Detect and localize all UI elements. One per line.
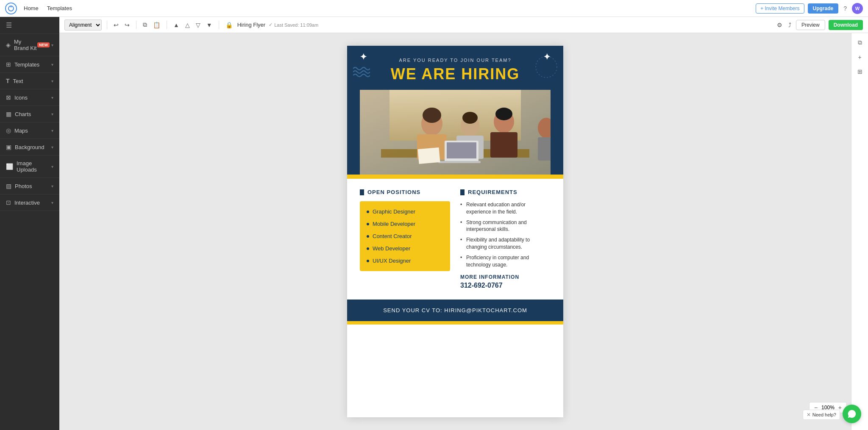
top-nav: Home Templates + Invite Members Upgrade … xyxy=(0,0,868,17)
right-panel-add[interactable]: + xyxy=(856,52,863,62)
position-item-5: UI/UX Designer xyxy=(360,255,450,267)
flyer-photo-section[interactable] xyxy=(347,90,563,175)
footer-yellow-bar xyxy=(347,321,563,325)
arrange-forward-icon[interactable]: △ xyxy=(184,21,191,29)
settings-icon[interactable]: ⚙ xyxy=(776,21,784,29)
interactive-label: Interactive xyxy=(14,200,40,206)
wave-decoration xyxy=(353,66,370,79)
position-dot-3 xyxy=(367,235,369,238)
templates-icon: ⊞ xyxy=(6,61,11,68)
text-chevron: ▾ xyxy=(51,79,53,83)
sidebar-item-charts[interactable]: ▦ Charts ▾ xyxy=(0,106,59,122)
position-item-2: Mobile Developer xyxy=(360,218,450,230)
svg-rect-17 xyxy=(438,161,481,163)
right-panel-grid[interactable]: ⊞ xyxy=(856,67,864,77)
open-positions-column: OPEN POSITIONS Graphic Designer Mobile D… xyxy=(360,189,450,289)
upgrade-button[interactable]: Upgrade xyxy=(808,3,839,14)
templates-chevron: ▾ xyxy=(51,62,53,67)
team-photo[interactable] xyxy=(360,90,551,175)
sidebar-item-templates[interactable]: ⊞ Templates ▾ xyxy=(0,56,59,73)
photos-label: Photos xyxy=(15,183,32,189)
svg-point-10 xyxy=(462,112,478,124)
footer-text: SEND YOUR CV TO: HIRING@PIKTOCHART.COM xyxy=(383,307,527,313)
preview-button[interactable]: Preview xyxy=(796,20,825,30)
req-item-3: Flexibility and adaptability to changing… xyxy=(460,236,551,251)
requirements-column: REQUIREMENTS Relevant education and/or e… xyxy=(460,189,551,289)
requirements-title: REQUIREMENTS xyxy=(460,189,551,195)
more-info-phone: 312-692-0767 xyxy=(460,282,551,289)
sidebar-item-background[interactable]: ▣ Background ▾ xyxy=(0,139,59,155)
text-label: Text xyxy=(13,78,23,84)
sidebar: ☰ ◈ My Brand Kit NEW ▾ ⊞ Templates ▾ T T… xyxy=(0,17,59,430)
sidebar-item-text[interactable]: T Text ▾ xyxy=(0,73,59,89)
toolbar: Alignment ↩ ↪ ⧉ 📋 ▲ △ ▽ ▼ 🔒 Hiring Flyer… xyxy=(59,17,868,33)
charts-chevron: ▾ xyxy=(51,112,53,117)
arrange-backward-icon[interactable]: ▽ xyxy=(195,21,202,29)
photos-icon: ▨ xyxy=(6,183,11,189)
charts-icon: ▦ xyxy=(6,111,11,117)
position-dot-2 xyxy=(367,223,369,225)
sidebar-item-icons[interactable]: ⊠ Icons ▾ xyxy=(0,89,59,106)
sidebar-item-brand[interactable]: ◈ My Brand Kit NEW ▾ xyxy=(0,34,59,56)
dots-decoration xyxy=(534,54,559,80)
sidebar-item-image-uploads[interactable]: ⬜ Image Uploads ▾ xyxy=(0,155,59,178)
svg-rect-18 xyxy=(418,147,440,164)
avatar[interactable]: W xyxy=(852,3,863,14)
nav-templates[interactable]: Templates xyxy=(47,5,72,11)
paste-icon[interactable]: 📋 xyxy=(152,21,161,29)
svg-point-2 xyxy=(536,56,557,78)
title-bar-right xyxy=(460,189,465,195)
help-button[interactable]: ? xyxy=(842,4,849,13)
toolbar-separator-1 xyxy=(107,21,107,29)
sidebar-item-maps[interactable]: ◎ Maps ▾ xyxy=(0,122,59,139)
doc-save-status: ✓ Last Saved: 11:09am xyxy=(269,22,318,28)
content-columns: OPEN POSITIONS Graphic Designer Mobile D… xyxy=(360,189,551,289)
more-info-title: MORE INFORMATION xyxy=(460,274,551,280)
main-canvas-area[interactable]: ✦ ✦ ARE YOU READY TO JOIN OUR TEAM? WE A… xyxy=(59,33,851,430)
open-positions-title: OPEN POSITIONS xyxy=(360,189,450,195)
invite-members-button[interactable]: + Invite Members xyxy=(756,3,804,14)
toolbar-separator-4 xyxy=(219,21,219,29)
document-name: Hiring Flyer xyxy=(237,22,265,28)
svg-rect-16 xyxy=(447,142,476,158)
redo-icon[interactable]: ↪ xyxy=(123,21,131,29)
sidebar-item-interactive[interactable]: ⊡ Interactive ▾ xyxy=(0,194,59,211)
image-uploads-label: Image Uploads xyxy=(17,160,51,173)
maps-icon: ◎ xyxy=(6,127,11,134)
title-bar-left xyxy=(360,189,364,195)
copy-icon[interactable]: ⧉ xyxy=(142,20,148,29)
toolbar-right: ⚙ ⤴ Preview Download xyxy=(776,20,863,30)
nav-links: Home Templates xyxy=(24,5,72,11)
arrange-front-icon[interactable]: ▲ xyxy=(172,21,181,29)
saved-icon: ✓ xyxy=(269,22,273,28)
chat-bubble-button[interactable] xyxy=(843,405,861,423)
requirements-list: Relevant education and/or experience in … xyxy=(460,201,551,268)
yellow-divider-bar xyxy=(347,175,563,179)
req-item-2: Strong communication and interpersonal s… xyxy=(460,219,551,233)
icons-chevron: ▾ xyxy=(51,95,53,100)
app-logo[interactable] xyxy=(5,3,17,14)
nav-right: + Invite Members Upgrade ? W xyxy=(756,3,863,14)
sidebar-item-photos[interactable]: ▨ Photos ▾ xyxy=(0,178,59,194)
sidebar-menu-toggle[interactable]: ☰ xyxy=(0,17,59,34)
req-item-1: Relevant education and/or experience in … xyxy=(460,201,551,216)
text-icon: T xyxy=(6,78,10,84)
undo-icon[interactable]: ↩ xyxy=(112,21,120,29)
background-chevron: ▾ xyxy=(51,145,53,150)
chat-icon xyxy=(847,409,857,419)
templates-label: Templates xyxy=(14,61,39,68)
nav-home[interactable]: Home xyxy=(24,5,39,11)
arrange-back-icon[interactable]: ▼ xyxy=(205,21,214,29)
canvas-document[interactable]: ✦ ✦ ARE YOU READY TO JOIN OUR TEAM? WE A… xyxy=(347,46,563,417)
flyer-header[interactable]: ✦ ✦ ARE YOU READY TO JOIN OUR TEAM? WE A… xyxy=(347,46,563,90)
download-button[interactable]: Download xyxy=(829,20,863,30)
flyer-footer: SEND YOUR CV TO: HIRING@PIKTOCHART.COM xyxy=(347,300,563,321)
background-icon: ▣ xyxy=(6,144,11,150)
close-help-button[interactable]: ✕ xyxy=(807,412,811,418)
lock-icon[interactable]: 🔒 xyxy=(224,21,234,29)
share-icon[interactable]: ⤴ xyxy=(787,21,793,29)
image-uploads-icon: ⬜ xyxy=(6,163,13,170)
alignment-select[interactable]: Alignment xyxy=(64,19,102,31)
background-label: Background xyxy=(15,144,44,150)
right-panel-layers[interactable]: ⧉ xyxy=(856,37,864,48)
